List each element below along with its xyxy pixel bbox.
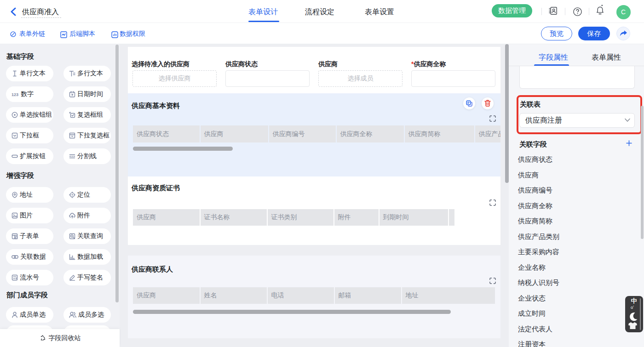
svg-text:123: 123 [12, 92, 18, 97]
